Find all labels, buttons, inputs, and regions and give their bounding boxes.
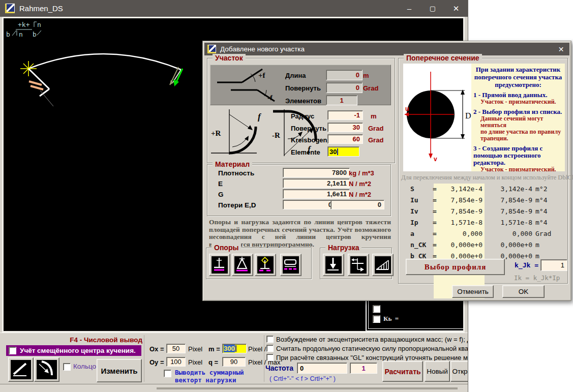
oy-value: 100 [170, 358, 182, 366]
info-item-1-title: 1 - Прямой ввод данных. [473, 92, 565, 99]
ox-field[interactable]: 50 [166, 344, 186, 353]
freq-field-2[interactable]: 1 [350, 363, 377, 374]
option3-checkbox[interactable] [266, 354, 274, 361]
support-thin [40, 91, 53, 106]
option1-checkbox[interactable] [266, 336, 274, 343]
support-bar-2 [31, 86, 43, 89]
table-row: Iu = 7,854e-9 7,854e-9 m°4 [406, 196, 565, 207]
freq-field-1[interactable]: 0 [297, 363, 347, 374]
profile-select-button[interactable]: Выбор профиля [406, 259, 505, 275]
open-button[interactable]: Открыть [450, 361, 468, 382]
line-mode-button[interactable] [8, 357, 34, 382]
load-moment-button[interactable] [348, 254, 369, 276]
radius-field[interactable]: -1 [327, 110, 363, 120]
oy-field[interactable]: 100 [166, 357, 186, 367]
shear-center-bar: Учёт смещённого центра кучения. [6, 345, 141, 356]
m-field[interactable]: 300 [222, 344, 247, 353]
density-label: Плотность [218, 169, 254, 177]
g-label: G [218, 191, 224, 198]
svg-text:+R: +R [211, 129, 221, 137]
elemente-field[interactable]: 30 [327, 146, 359, 157]
arc-icon [37, 360, 57, 379]
angle-figure: +f -f [215, 66, 288, 104]
row-v1[interactable]: 0,000 [436, 230, 482, 237]
option3-label: При расчёте связанных "GL" конструкций у… [276, 354, 468, 361]
m-label: m = [208, 345, 220, 353]
new-button[interactable]: Новый [425, 361, 450, 382]
loss-label: Потери E,D [218, 201, 256, 209]
row-unit: m°4 [535, 219, 547, 226]
row-name: a [410, 230, 414, 237]
svg-text:f: f [258, 112, 262, 122]
shear-center-checkbox[interactable] [9, 347, 16, 354]
q-field[interactable]: 90 [222, 357, 246, 367]
row-v1[interactable]: 7,854e-9 [436, 207, 482, 215]
arc-rotate-label: Повернуть [291, 125, 326, 132]
dialog-add-segment: Добавлене нового участка ✕ Участок +f -f… [202, 41, 571, 301]
density-field[interactable]: 7800 [283, 168, 350, 177]
dialog-close-button[interactable]: ✕ [553, 43, 569, 55]
row-v2: 1,571e-8 [488, 219, 532, 226]
bottom-scrollbar[interactable] [0, 384, 468, 392]
cancel-button[interactable]: Отменить [452, 285, 494, 298]
arc-mode-button[interactable] [34, 357, 59, 382]
row-v1[interactable]: 1,571e-8 [436, 219, 482, 226]
q-value: 90 [230, 358, 237, 366]
row-name: Iv [410, 207, 418, 215]
group-supports-label: Опоры [212, 244, 241, 252]
minimize-button[interactable]: – [398, 0, 421, 17]
arc-rotate-field[interactable]: 30 [327, 123, 363, 132]
loss-value-2: 0 [378, 201, 381, 208]
load-force-button[interactable] [323, 254, 344, 276]
loss-field-1[interactable]: 0 [283, 200, 335, 209]
length-label: Длина [285, 72, 306, 79]
overlay-checkbox-2[interactable] [373, 315, 380, 323]
svg-text:D: D [465, 111, 471, 120]
dialog-icon [207, 45, 216, 53]
e-field[interactable]: 2,1e11 [283, 178, 350, 188]
overlay-checkbox-1[interactable] [373, 305, 380, 313]
change-button[interactable]: Изменить [97, 359, 142, 382]
elements-field[interactable]: 1 [326, 95, 357, 105]
sum-vector-checkbox[interactable] [164, 370, 171, 377]
row-v1[interactable]: 3,142e-4 [436, 185, 482, 193]
row-name: Iu [410, 196, 418, 204]
kreisbogen-field[interactable]: 60 [327, 134, 363, 144]
row-v1[interactable]: 7,854e-9 [436, 196, 482, 204]
info-item-1-sub: Участок - призматический. [480, 99, 565, 105]
close-button[interactable]: ✕ [444, 0, 468, 17]
maximize-button[interactable]: ▢ [421, 0, 444, 17]
scrollbar-thumb[interactable] [157, 387, 458, 389]
load-distributed-button[interactable] [372, 254, 394, 276]
legend-n2: n [19, 31, 23, 38]
kjk-field[interactable]: 1 [540, 259, 567, 271]
rotate-label: Повернуть [285, 84, 321, 92]
length-field[interactable]: 0 [326, 70, 363, 80]
uchastok-panel: +f -f Длина 0 m Повернуть 0 Grad Элемент… [210, 65, 391, 105]
g-field[interactable]: 1,6e11 [283, 189, 350, 199]
support-fixed-button[interactable] [209, 254, 230, 276]
support-pinned-button[interactable] [232, 254, 253, 276]
info-item-3-title: 3 - Создание профиля с помощью встроенно… [473, 145, 565, 166]
line-icon [11, 360, 31, 379]
ox-label: Ox = [149, 345, 164, 353]
open-label: Открыть [452, 368, 468, 375]
support-bar-1 [29, 81, 42, 85]
elements-value: 1 [340, 97, 343, 104]
cancel-label: Отменить [457, 288, 489, 295]
row-unit: m [535, 241, 539, 249]
ring-checkbox[interactable] [63, 363, 71, 371]
support-sliding-icon [283, 256, 299, 274]
loss-field-2[interactable]: 0 [330, 200, 384, 209]
new-label: Новый [427, 368, 448, 375]
ok-button[interactable]: OK [502, 285, 545, 298]
support-roller-button[interactable] [255, 254, 276, 276]
row-v2: 3,142e-4 [488, 185, 532, 193]
row-v1[interactable]: 0,000e+0 [436, 241, 482, 249]
calculate-button[interactable]: Расчитать [382, 361, 423, 382]
freq-value-2: 1 [361, 365, 365, 372]
legend-b1: b [6, 31, 10, 38]
support-sliding-button[interactable] [280, 254, 301, 276]
option2-checkbox[interactable] [266, 345, 274, 352]
rotate-field[interactable]: 0 [326, 82, 363, 93]
